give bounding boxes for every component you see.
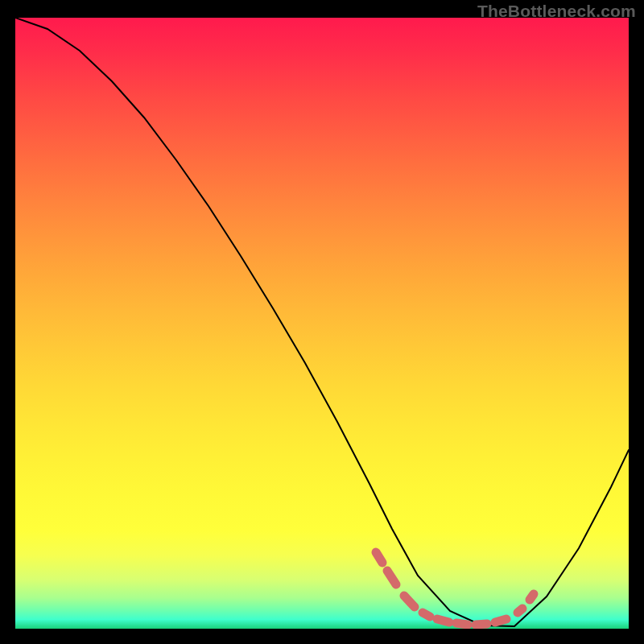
curve-layer xyxy=(15,18,629,629)
floor-dash xyxy=(437,619,449,622)
bottleneck-curve xyxy=(15,18,629,626)
floor-dash xyxy=(404,596,415,607)
floor-dash xyxy=(518,609,522,613)
plot-area xyxy=(15,18,629,629)
floor-dash xyxy=(476,624,487,625)
floor-dash xyxy=(423,613,430,617)
floor-dash xyxy=(456,623,468,625)
floor-dash xyxy=(387,571,396,584)
floor-dash xyxy=(530,594,534,600)
floor-dash xyxy=(495,619,506,622)
bottleneck-chart: TheBottleneck.com xyxy=(0,0,644,644)
floor-dash xyxy=(376,552,382,563)
